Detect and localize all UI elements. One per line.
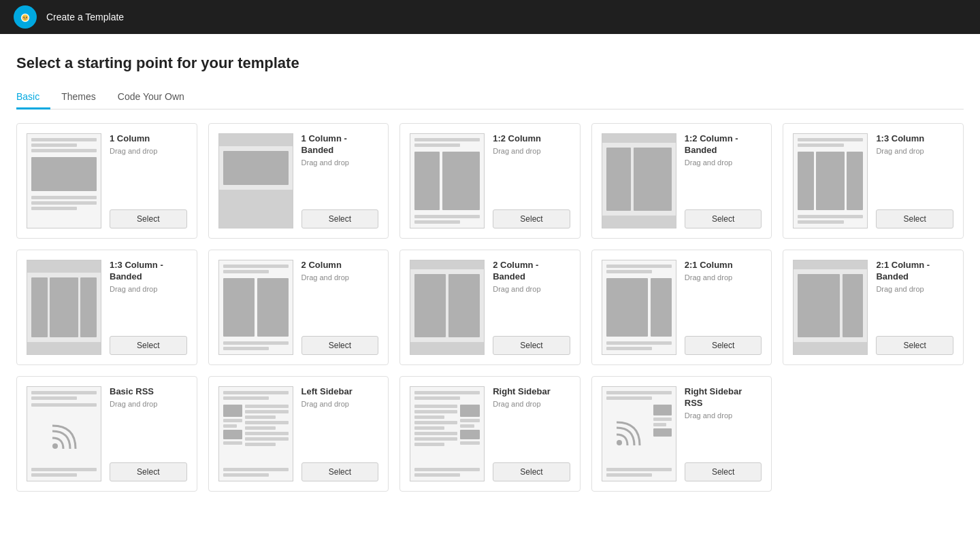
template-name-13col-banded: 1:3 Column - Banded xyxy=(110,260,187,283)
templates-grid: 1 Column Drag and drop Select xyxy=(16,123,964,492)
template-info-21col: 2:1 Column Drag and drop Select xyxy=(685,260,762,355)
tab-code[interactable]: Code Your Own xyxy=(107,86,195,109)
template-card-21col[interactable]: 2:1 Column Drag and drop Select xyxy=(591,250,772,365)
template-info-13col: 1:3 Column Drag and drop Select xyxy=(876,133,953,228)
template-name-basic-rss: Basic RSS xyxy=(110,386,187,398)
template-preview-1col xyxy=(27,133,101,228)
app-logo xyxy=(14,5,37,29)
template-info-1col-banded: 1 Column - Banded Drag and drop Select xyxy=(301,133,379,228)
template-type-basic-rss: Drag and drop xyxy=(110,400,187,408)
template-info-right-sidebar: Right Sidebar Drag and drop Select xyxy=(493,386,570,481)
svg-point-7 xyxy=(617,440,622,445)
template-type-13col: Drag and drop xyxy=(876,147,953,155)
main-content: Select a starting point for your templat… xyxy=(0,34,980,519)
select-button-12col[interactable]: Select xyxy=(493,209,570,228)
template-card-1col-banded[interactable]: 1 Column - Banded Drag and drop Select xyxy=(208,123,389,239)
template-type-right-sidebar-rss: Drag and drop xyxy=(685,411,762,420)
template-name-13col: 1:3 Column xyxy=(876,133,953,145)
select-button-right-sidebar-rss[interactable]: Select xyxy=(685,462,762,481)
app-header: Create a Template xyxy=(0,0,980,34)
template-preview-right-sidebar-rss xyxy=(602,386,676,481)
template-name-right-sidebar: Right Sidebar xyxy=(493,386,570,398)
template-card-right-sidebar-rss[interactable]: Right Sidebar RSS Drag and drop Select xyxy=(591,376,772,492)
template-card-basic-rss[interactable]: Basic RSS Drag and drop Select xyxy=(16,376,197,492)
template-preview-13col xyxy=(793,133,868,228)
svg-point-2 xyxy=(23,17,24,18)
template-info-2col-banded: 2 Column - Banded Drag and drop Select xyxy=(493,260,570,355)
template-card-21col-banded[interactable]: 2:1 Column - Banded Drag and drop Select xyxy=(783,250,964,365)
template-card-2col[interactable]: 2 Column Drag and drop Select xyxy=(208,250,389,365)
svg-point-4 xyxy=(22,18,24,19)
template-name-2col: 2 Column xyxy=(301,260,379,271)
template-type-right-sidebar: Drag and drop xyxy=(493,400,570,408)
tabs-nav: Basic Themes Code Your Own xyxy=(16,86,964,109)
tab-themes[interactable]: Themes xyxy=(50,86,107,109)
svg-point-5 xyxy=(27,18,29,19)
template-type-21col-banded: Drag and drop xyxy=(876,285,953,293)
select-button-left-sidebar[interactable]: Select xyxy=(301,462,379,481)
template-preview-1col-banded xyxy=(218,133,293,228)
template-preview-21col-banded xyxy=(793,260,868,355)
template-name-1col: 1 Column xyxy=(110,133,187,145)
template-info-2col: 2 Column Drag and drop Select xyxy=(301,260,379,355)
template-name-21col: 2:1 Column xyxy=(685,260,762,271)
template-name-right-sidebar-rss: Right Sidebar RSS xyxy=(685,386,762,409)
template-card-right-sidebar[interactable]: Right Sidebar Drag and drop Select xyxy=(399,376,581,492)
select-button-2col[interactable]: Select xyxy=(301,336,379,355)
template-card-12col-banded[interactable]: 1:2 Column - Banded Drag and drop Select xyxy=(591,123,772,239)
template-name-12col: 1:2 Column xyxy=(493,133,570,145)
template-preview-13col-banded xyxy=(27,260,101,355)
svg-point-6 xyxy=(52,443,58,449)
select-button-2col-banded[interactable]: Select xyxy=(493,336,570,355)
select-button-13col-banded[interactable]: Select xyxy=(110,336,187,355)
select-button-1col[interactable]: Select xyxy=(110,209,187,228)
template-info-right-sidebar-rss: Right Sidebar RSS Drag and drop Select xyxy=(685,386,762,481)
template-type-2col: Drag and drop xyxy=(301,273,379,282)
select-button-basic-rss[interactable]: Select xyxy=(110,462,187,481)
select-button-21col-banded[interactable]: Select xyxy=(876,336,953,355)
template-name-left-sidebar: Left Sidebar xyxy=(301,386,379,398)
template-card-2col-banded[interactable]: 2 Column - Banded Drag and drop Select xyxy=(399,250,581,365)
select-button-12col-banded[interactable]: Select xyxy=(685,209,762,228)
select-button-right-sidebar[interactable]: Select xyxy=(493,462,570,481)
template-type-12col-banded: Drag and drop xyxy=(685,158,762,167)
template-card-13col-banded[interactable]: 1:3 Column - Banded Drag and drop Select xyxy=(16,250,197,365)
template-preview-2col-banded xyxy=(410,260,485,355)
template-info-12col-banded: 1:2 Column - Banded Drag and drop Select xyxy=(685,133,762,228)
template-info-1col: 1 Column Drag and drop Select xyxy=(110,133,187,228)
template-info-basic-rss: Basic RSS Drag and drop Select xyxy=(110,386,187,481)
template-info-13col-banded: 1:3 Column - Banded Drag and drop Select xyxy=(110,260,187,355)
template-name-2col-banded: 2 Column - Banded xyxy=(493,260,570,283)
template-type-21col: Drag and drop xyxy=(685,273,762,282)
template-type-1col: Drag and drop xyxy=(110,147,187,155)
template-preview-2col xyxy=(218,260,293,355)
template-type-13col-banded: Drag and drop xyxy=(110,285,187,293)
template-info-left-sidebar: Left Sidebar Drag and drop Select xyxy=(301,386,379,481)
template-type-12col: Drag and drop xyxy=(493,147,570,155)
template-card-12col[interactable]: 1:2 Column Drag and drop Select xyxy=(399,123,581,239)
svg-point-3 xyxy=(26,17,27,18)
template-info-12col: 1:2 Column Drag and drop Select xyxy=(493,133,570,228)
template-info-21col-banded: 2:1 Column - Banded Drag and drop Select xyxy=(876,260,953,355)
template-name-12col-banded: 1:2 Column - Banded xyxy=(685,133,762,156)
template-preview-12col-banded xyxy=(602,133,676,228)
template-preview-left-sidebar xyxy=(218,386,293,481)
select-button-13col[interactable]: Select xyxy=(876,209,953,228)
template-name-21col-banded: 2:1 Column - Banded xyxy=(876,260,953,283)
template-card-1col[interactable]: 1 Column Drag and drop Select xyxy=(16,123,197,239)
template-preview-12col xyxy=(410,133,485,228)
select-button-1col-banded[interactable]: Select xyxy=(301,209,379,228)
template-name-1col-banded: 1 Column - Banded xyxy=(301,133,379,156)
header-title: Create a Template xyxy=(46,12,124,22)
template-type-2col-banded: Drag and drop xyxy=(493,285,570,293)
template-preview-21col xyxy=(602,260,676,355)
page-title: Select a starting point for your templat… xyxy=(16,54,964,72)
template-preview-right-sidebar xyxy=(410,386,485,481)
template-card-13col[interactable]: 1:3 Column Drag and drop Select xyxy=(783,123,964,239)
template-type-left-sidebar: Drag and drop xyxy=(301,400,379,408)
select-button-21col[interactable]: Select xyxy=(685,336,762,355)
tab-basic[interactable]: Basic xyxy=(16,86,50,109)
template-type-1col-banded: Drag and drop xyxy=(301,158,379,167)
template-preview-basic-rss xyxy=(27,386,101,481)
template-card-left-sidebar[interactable]: Left Sidebar Drag and drop Select xyxy=(208,376,389,492)
